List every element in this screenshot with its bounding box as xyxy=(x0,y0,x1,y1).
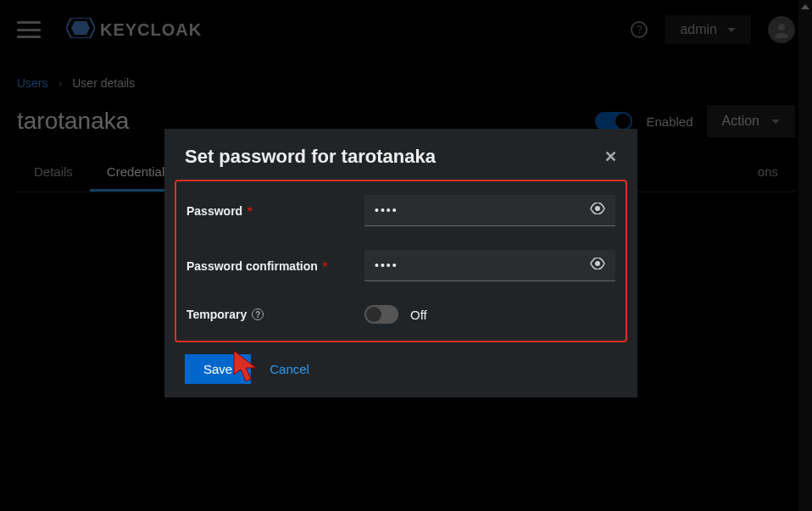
required-indicator: * xyxy=(323,259,327,273)
eye-icon[interactable] xyxy=(580,258,615,273)
password-label: Password * xyxy=(186,204,364,218)
cursor-pointer-icon xyxy=(231,349,264,390)
svg-point-4 xyxy=(595,261,600,266)
required-indicator: * xyxy=(247,204,252,218)
close-icon[interactable]: ✕ xyxy=(604,147,617,166)
modal-title: Set password for tarotanaka xyxy=(185,146,436,168)
eye-icon[interactable] xyxy=(580,203,615,218)
temporary-state: Off xyxy=(410,308,427,322)
svg-point-3 xyxy=(595,206,600,211)
help-icon[interactable]: ? xyxy=(252,308,264,320)
cancel-button[interactable]: Cancel xyxy=(270,362,309,376)
temporary-toggle[interactable] xyxy=(364,305,398,324)
password-confirm-input[interactable] xyxy=(364,250,580,280)
password-confirm-label: Password confirmation * xyxy=(186,259,364,273)
password-input[interactable] xyxy=(364,195,580,225)
temporary-label: Temporary ? xyxy=(186,308,364,321)
